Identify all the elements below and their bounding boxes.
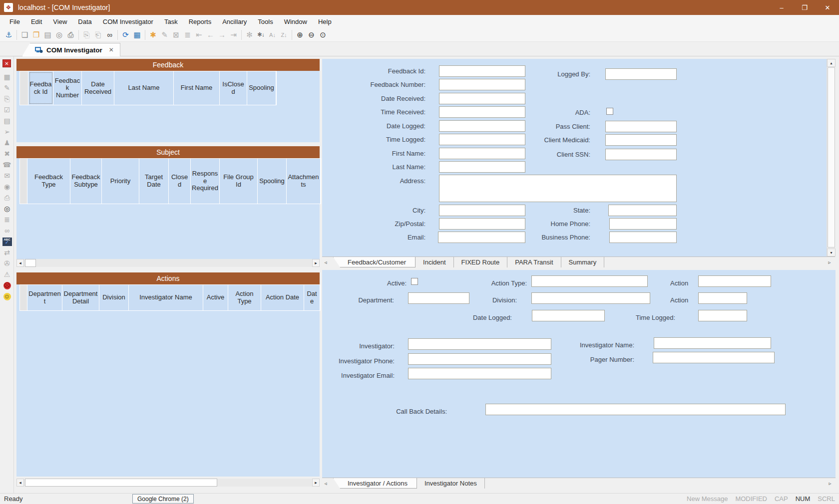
investigator-name-input[interactable] (654, 337, 771, 349)
scroll-left-icon[interactable]: ◂ (16, 259, 24, 267)
last-name-input[interactable] (439, 161, 525, 173)
column-header-department[interactable]: Department (27, 285, 62, 310)
document-list-icon[interactable]: ≣ (0, 214, 14, 225)
tab-scroll-right-icon[interactable]: ▹ (827, 478, 834, 488)
paste-icon[interactable]: ⎗ (92, 29, 104, 40)
column-header-date-received[interactable]: Date Received (82, 71, 114, 105)
tab-scroll-left-icon[interactable]: ◃ (322, 257, 329, 267)
call-back-details-input[interactable] (485, 404, 786, 415)
tab-investigator-notes[interactable]: Investigator Notes (417, 478, 485, 489)
menu-view[interactable]: View (47, 16, 72, 27)
record-list-icon[interactable]: ≣ (182, 29, 193, 40)
menu-reports[interactable]: Reports (183, 16, 217, 27)
column-header-spooling[interactable]: Spooling (258, 159, 287, 204)
actions-horizontal-scrollbar[interactable]: ◂ ▸ (16, 479, 320, 487)
action-input-2[interactable] (698, 292, 747, 304)
print-preview-icon[interactable]: ◎ (53, 29, 65, 40)
column-header-target-date[interactable]: Target Date (139, 159, 169, 204)
calendar-up-icon[interactable]: ▤ (0, 115, 14, 126)
data-grid-icon[interactable]: ▦ (131, 29, 143, 40)
sort-ascending-icon[interactable]: A↓ (267, 29, 278, 40)
menu-help[interactable]: Help (313, 16, 337, 27)
menu-ancillary[interactable]: Ancillary (217, 16, 252, 27)
document-tab-close-icon[interactable]: ✕ (109, 46, 114, 53)
new-document-icon[interactable]: ❏ (19, 29, 30, 40)
business-phone-input[interactable] (609, 232, 677, 243)
pin-icon[interactable]: ✻ (244, 29, 255, 40)
close-rail-button[interactable]: ✕ (2, 59, 11, 67)
address-textarea[interactable] (439, 175, 677, 202)
column-header-spooling[interactable]: Spooling (247, 71, 276, 105)
zoom-in-icon[interactable]: ⊕ (294, 29, 306, 40)
delete-x-icon[interactable]: ✖ (0, 148, 14, 159)
refresh-icon[interactable]: ⟳ (120, 29, 131, 40)
edit-new-icon[interactable]: ✎ (0, 82, 14, 93)
pin-down-icon[interactable]: ✻↓ (255, 29, 267, 40)
copy-pages-icon[interactable]: ⎘ (0, 93, 14, 104)
smiley-face-icon[interactable]: ☺ (0, 291, 14, 302)
division-input[interactable] (531, 292, 650, 304)
tab-scroll-right-icon[interactable]: ▹ (826, 257, 833, 267)
first-record-icon[interactable]: ⇤ (193, 29, 205, 40)
column-header-isclosed[interactable]: IsClosed (220, 71, 247, 105)
zoom-reset-icon[interactable]: ⊙ (317, 29, 329, 40)
restore-button[interactable]: ❐ (793, 0, 816, 15)
active-checkbox[interactable] (411, 278, 418, 285)
swap-grid-icon[interactable]: ⇄ (0, 247, 14, 258)
column-header-feedback-id[interactable]: Feedback Id (28, 71, 53, 105)
tab-investigator-actions[interactable]: Investigator / Actions (333, 478, 417, 489)
column-header-first-name[interactable]: First Name (174, 71, 220, 105)
zoom-out-icon[interactable]: ⊖ (306, 29, 317, 40)
investigator-email-input[interactable] (408, 368, 551, 379)
action-time-logged-input[interactable] (698, 310, 747, 321)
find-document-icon[interactable]: ◎ (0, 203, 14, 214)
find-icon[interactable]: ∞ (104, 29, 115, 40)
scroll-right-icon[interactable]: ▸ (312, 479, 320, 487)
edit-record-icon[interactable]: ✎ (159, 29, 170, 40)
action-input-1[interactable] (698, 275, 771, 287)
pass-client-input[interactable] (605, 121, 677, 132)
client-ssn-input[interactable] (605, 149, 677, 160)
tab-fixed-route[interactable]: FIXED Route (454, 257, 508, 267)
column-header-investigator-name[interactable]: Investigator Name (129, 285, 203, 310)
paperclip-icon[interactable]: ✇ (0, 258, 14, 269)
action-type-input[interactable] (531, 275, 648, 287)
menu-edit[interactable]: Edit (25, 16, 47, 27)
menu-data[interactable]: Data (72, 16, 97, 27)
delete-record-icon[interactable]: ⊠ (170, 29, 182, 40)
date-received-input[interactable] (439, 93, 525, 104)
tab-summary[interactable]: Summary (561, 257, 605, 267)
printer-icon[interactable]: ⎙ (0, 192, 14, 203)
column-header-closed[interactable]: Closed (169, 159, 191, 204)
menu-file[interactable]: File (4, 16, 25, 27)
next-record-icon[interactable]: → (216, 29, 228, 40)
grid-calendar-icon[interactable]: ▦ (0, 71, 14, 82)
warning-icon[interactable]: ⚠ (0, 269, 14, 280)
home-phone-input[interactable] (609, 218, 677, 230)
eyeglasses-icon[interactable]: ∞ (0, 225, 14, 236)
scroll-up-icon[interactable]: ▴ (827, 59, 836, 67)
scrollbar-thumb[interactable] (828, 67, 835, 248)
column-header-response-required[interactable]: Response Required (191, 159, 220, 204)
tab-scroll-left-icon[interactable]: ◃ (322, 478, 329, 488)
column-header-feedback-type[interactable]: Feedback Type (27, 159, 70, 204)
customer-form-vertical-scrollbar[interactable]: ▴ ▾ (827, 59, 835, 256)
close-button[interactable]: ✕ (816, 0, 839, 15)
tab-feedback-customer[interactable]: Feedback/Customer (333, 257, 416, 267)
tab-incident[interactable]: Incident (416, 257, 454, 267)
ada-checkbox[interactable] (606, 108, 613, 115)
column-header-department-detail[interactable]: Department Detail (62, 285, 99, 310)
state-input[interactable] (608, 205, 677, 216)
menu-com-investigator[interactable]: COM Investigator (97, 16, 159, 27)
previous-record-icon[interactable]: ← (205, 29, 216, 40)
column-header-active[interactable]: Active (203, 285, 228, 310)
menu-tools[interactable]: Tools (252, 16, 278, 27)
logged-by-input[interactable] (605, 68, 677, 80)
tab-para-transit[interactable]: PARA Transit (507, 257, 561, 267)
grid-check-icon[interactable]: ☑ (0, 104, 14, 115)
investigator-input[interactable] (408, 338, 551, 350)
open-folder-icon[interactable]: ❐ (30, 29, 42, 40)
last-record-icon[interactable]: ⇥ (228, 29, 239, 40)
phone-directory-icon[interactable]: ☎ (0, 159, 14, 170)
copy-icon[interactable]: ⎘ (81, 29, 92, 40)
